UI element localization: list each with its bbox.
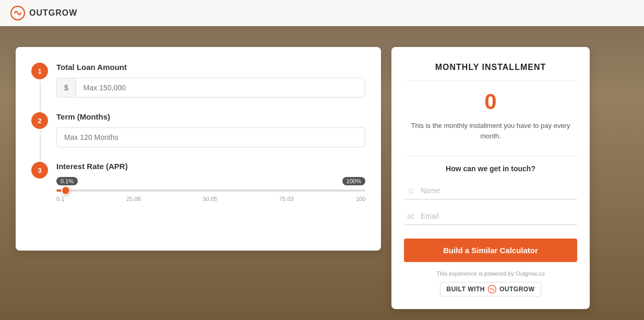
slider-max-pill: 100% — [342, 177, 365, 185]
outgrow-logo-icon — [10, 6, 25, 20]
contact-title: How can we get in touch? — [446, 164, 535, 173]
email-icon: ✉ — [407, 211, 414, 221]
slider-top-labels: 0.1% 100% — [56, 177, 365, 185]
step-2-label: Term (Months) — [56, 112, 365, 121]
main-layout: 1 Total Loan Amount $ 2 Term (Months) — [0, 26, 644, 320]
powered-by-text: This experience is powered by Outgrow.co — [436, 270, 544, 277]
step-1: 1 Total Loan Amount $ — [31, 63, 365, 98]
step-3-badge: 3 — [31, 162, 48, 179]
step-3-content: Interest Rate (APR) 0.1% 100% 0.1 — [56, 162, 365, 202]
outgrow-badge-icon — [488, 285, 496, 293]
step-2-content: Term (Months) — [56, 112, 365, 147]
slider-track-wrapper — [56, 189, 365, 192]
step-1-badge: 1 — [31, 63, 48, 79]
email-field-wrapper: ✉ — [404, 208, 577, 225]
step-2-badge: 2 — [31, 112, 48, 129]
installment-description: This is the monthly installment you have… — [404, 121, 577, 141]
header: OUTGROW — [0, 0, 644, 26]
monthly-installment-title: MONTHLY INSTALLMENT — [435, 63, 546, 72]
loan-amount-input-group: $ — [56, 78, 365, 98]
step-3-label: Interest Rate (APR) — [56, 162, 365, 171]
installment-value: 0 — [484, 89, 496, 114]
outgrow-badge-label: OUTGROW — [499, 286, 535, 293]
name-input[interactable] — [404, 182, 577, 199]
step-2: 2 Term (Months) — [31, 112, 365, 147]
step-3: 3 Interest Rate (APR) 0.1% 100% — [31, 162, 365, 202]
logo-area: OUTGROW — [10, 6, 77, 20]
step-1-content: Total Loan Amount $ — [56, 63, 365, 98]
person-icon: ☺ — [407, 186, 415, 196]
name-field-wrapper: ☺ — [404, 182, 577, 199]
middle-divider — [404, 156, 577, 156]
dollar-prefix: $ — [57, 78, 76, 97]
slider-min-pill: 0.1% — [56, 177, 78, 185]
left-card: 1 Total Loan Amount $ 2 Term (Months) — [16, 47, 381, 251]
step-1-label: Total Loan Amount — [56, 63, 365, 72]
built-with-label: BUILT WITH — [447, 286, 485, 293]
logo-text: OUTGROW — [29, 8, 77, 18]
loan-amount-input[interactable] — [76, 78, 365, 97]
email-input[interactable] — [404, 208, 577, 225]
right-card: MONTHLY INSTALLMENT 0 This is the monthl… — [391, 47, 590, 309]
built-with-badge: BUILT WITH OUTGROW — [440, 282, 542, 297]
slider-track — [56, 189, 365, 192]
top-divider — [404, 80, 577, 81]
interest-rate-slider-container: 0.1% 100% 0.1 25.08 50.05 75. — [56, 177, 365, 202]
build-calculator-button[interactable]: Build a Similar Calculator — [404, 239, 577, 262]
term-months-input[interactable] — [56, 127, 365, 147]
slider-thumb[interactable] — [61, 186, 70, 195]
